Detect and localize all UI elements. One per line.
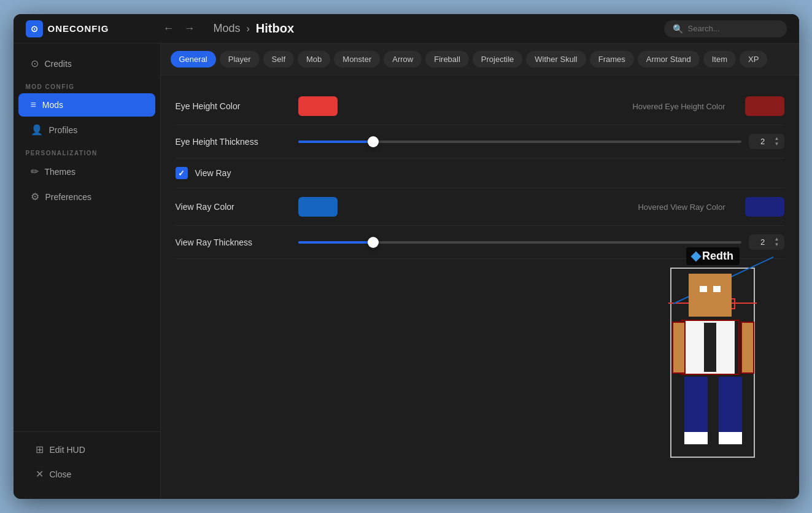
tab-player[interactable]: Player: [220, 51, 260, 68]
tab-mob[interactable]: Mob: [298, 51, 330, 68]
hovered-view-ray-label: Hovered View Ray Color: [638, 202, 725, 212]
sidebar-item-close[interactable]: ✕ Close: [23, 462, 150, 486]
personalization-label: PERSONALIZATION: [14, 142, 160, 159]
sidebar-item-credits[interactable]: ⊙ Credits: [18, 52, 155, 75]
view-ray-checkbox[interactable]: ✓: [176, 167, 188, 179]
hovered-view-ray-color-swatch[interactable]: [745, 197, 784, 217]
view-ray-thickness-fill: [298, 241, 374, 244]
breadcrumb-parent[interactable]: Mods: [214, 22, 241, 35]
logo: ⊙ ONECONFIG: [26, 20, 161, 37]
mc-arm-sleeve-left: [672, 322, 686, 374]
player-model: [664, 268, 762, 464]
nav-arrows: ← →: [161, 21, 198, 36]
tab-self[interactable]: Self: [263, 51, 294, 68]
eye-height-thickness-track[interactable]: [298, 141, 741, 143]
mc-leg-left: [684, 377, 708, 432]
sidebar-item-mods-label: Mods: [42, 100, 63, 110]
sidebar-item-profiles[interactable]: 👤 Profiles: [18, 118, 155, 142]
search-icon: 🔍: [673, 24, 683, 34]
mc-shirt: [681, 320, 740, 375]
tab-item[interactable]: Item: [703, 51, 736, 68]
eye-height-color-swatch[interactable]: [298, 96, 338, 116]
tab-arrow[interactable]: Arrow: [384, 51, 422, 68]
eye-height-thickness-row: Eye Height Thickness 2 ▲ ▼: [176, 125, 784, 158]
edit-hud-label: Edit HUD: [50, 445, 85, 455]
eye-height-thickness-label: Eye Height Thickness: [176, 137, 298, 147]
sidebar-item-preferences-label: Preferences: [45, 192, 91, 202]
sidebar-item-mods[interactable]: ≡ Mods: [18, 93, 155, 117]
hovered-eye-height-label: Hovered Eye Height Color: [632, 102, 725, 111]
tab-witherskull[interactable]: Wither Skull: [526, 51, 586, 68]
tab-monster[interactable]: Monster: [334, 51, 380, 68]
view-ray-thickness-value: 2: [754, 237, 772, 247]
view-ray-color-controls: Hovered View Ray Color: [298, 197, 784, 217]
tab-xp[interactable]: XP: [740, 51, 767, 68]
close-label: Close: [50, 469, 72, 479]
sidebar-item-credits-label: Credits: [45, 59, 72, 69]
sidebar-bottom: ⊞ Edit HUD ✕ Close: [14, 431, 160, 492]
view-ray-thickness-down[interactable]: ▼: [775, 242, 779, 247]
mc-head: [689, 274, 732, 317]
view-ray-color-label: View Ray Color: [176, 202, 298, 212]
sidebar-item-edit-hud[interactable]: ⊞ Edit HUD: [23, 438, 150, 461]
search-input[interactable]: [688, 24, 774, 33]
breadcrumb: ← → Mods › Hitbox: [161, 21, 664, 36]
tab-fireball[interactable]: Fireball: [425, 51, 469, 68]
eye-height-thickness-up[interactable]: ▲: [775, 136, 779, 141]
hovered-eye-height-color-swatch[interactable]: [745, 96, 784, 116]
eye-height-thickness-thumb[interactable]: [368, 136, 379, 147]
back-button[interactable]: ←: [161, 21, 177, 36]
forward-button[interactable]: →: [182, 21, 198, 36]
eye-height-thickness-arrows: ▲ ▼: [775, 136, 779, 147]
mc-eye-left: [700, 286, 707, 292]
eye-height-thickness-down[interactable]: ▼: [775, 142, 779, 147]
mc-leg-right: [719, 377, 742, 432]
breadcrumb-separator: ›: [247, 23, 250, 34]
content-area: General Player Self Mob Monster Arrow Fi…: [161, 44, 799, 499]
logo-icon: ⊙: [26, 20, 43, 37]
sidebar-item-profiles-label: Profiles: [49, 125, 78, 135]
sidebar-item-themes[interactable]: ✏ Themes: [18, 160, 155, 183]
preferences-icon: ⚙: [31, 191, 39, 202]
eye-height-thickness-value-box: 2 ▲ ▼: [749, 134, 784, 149]
view-ray-thickness-label: View Ray Thickness: [176, 237, 298, 247]
view-ray-thickness-up[interactable]: ▲: [775, 237, 779, 242]
mc-eye-right: [713, 286, 721, 292]
view-ray-thickness-thumb[interactable]: [368, 237, 379, 248]
mc-shoe-right: [719, 432, 742, 444]
themes-icon: ✏: [31, 166, 39, 177]
title-bar: ⊙ ONECONFIG ← → Mods › Hitbox 🔍: [14, 14, 799, 44]
logo-text: ONECONFIG: [48, 23, 109, 34]
mc-player-sprite: [673, 274, 753, 452]
sidebar-item-preferences[interactable]: ⚙ Preferences: [18, 185, 155, 209]
mc-shoe-left: [684, 432, 708, 444]
view-ray-row: ✓ View Ray: [176, 158, 784, 188]
tab-frames[interactable]: Frames: [590, 51, 634, 68]
mods-icon: ≡: [31, 99, 36, 110]
breadcrumb-current: Hitbox: [256, 21, 294, 36]
view-ray-thickness-track[interactable]: [298, 241, 741, 244]
view-ray-color-row: View Ray Color Hovered View Ray Color: [176, 188, 784, 226]
main-content: ⊙ Credits MOD CONFIG ≡ Mods 👤 Profiles P…: [14, 44, 799, 499]
sidebar-item-themes-label: Themes: [45, 167, 76, 177]
tab-projectile[interactable]: Projectile: [473, 51, 522, 68]
credits-icon: ⊙: [31, 58, 39, 69]
view-ray-checkbox-row: ✓ View Ray: [176, 167, 231, 179]
checkbox-check-icon: ✓: [178, 169, 185, 178]
search-bar[interactable]: 🔍: [664, 20, 787, 37]
eye-height-thickness-fill: [298, 141, 374, 143]
sidebar: ⊙ Credits MOD CONFIG ≡ Mods 👤 Profiles P…: [14, 44, 161, 499]
eye-height-color-row: Eye Height Color Hovered Eye Height Colo…: [176, 88, 784, 125]
tab-general[interactable]: General: [171, 51, 216, 68]
edit-hud-icon: ⊞: [36, 444, 44, 455]
eye-height-color-label: Eye Height Color: [176, 101, 298, 111]
player-preview: Redth: [664, 247, 762, 464]
profiles-icon: 👤: [31, 124, 43, 136]
player-diamond-icon: [691, 251, 702, 261]
player-tag: Redth: [686, 247, 740, 265]
view-ray-color-swatch[interactable]: [298, 197, 338, 217]
mod-config-label: MOD CONFIG: [14, 76, 160, 93]
view-ray-thickness-arrows: ▲ ▼: [775, 237, 779, 247]
tab-armorstand[interactable]: Armor Stand: [638, 51, 700, 68]
eye-height-thickness-slider-container: 2 ▲ ▼: [298, 134, 784, 149]
